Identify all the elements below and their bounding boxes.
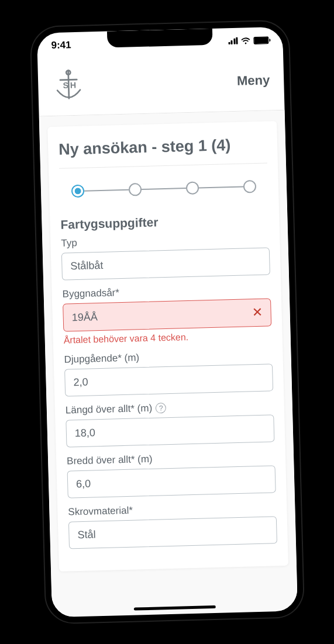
phone-frame: 9:41 S H Meny Ny ans [30, 20, 304, 623]
form-card: Ny ansökan - steg 1 (4) Fartygsuppgifter… [47, 121, 288, 572]
progress-stepper [59, 163, 268, 217]
cellular-signal-icon [228, 37, 237, 44]
field-type: Typ Stålbåt [61, 232, 270, 280]
field-label: Djupgående* (m) [64, 348, 272, 365]
wifi-icon [240, 36, 250, 46]
svg-text:H: H [70, 80, 76, 89]
menu-button[interactable]: Meny [236, 72, 270, 88]
step-1-dot[interactable] [71, 185, 84, 198]
field-label: Bredd över allt* (m) [66, 450, 274, 467]
length-label-text: Längd över allt* (m) [65, 403, 152, 417]
step-4-dot[interactable] [243, 180, 256, 193]
year-error-message: Årtalet behöver vara 4 tecken. [63, 330, 271, 345]
field-label: Byggnadsår* [62, 283, 270, 300]
field-year: Byggnadsår* 19ÅÅ ✕ Årtalet behöver vara … [62, 283, 271, 345]
step-3-dot[interactable] [185, 182, 199, 195]
step-connector [84, 189, 129, 191]
content-area: Ny ansökan - steg 1 (4) Fartygsuppgifter… [39, 110, 297, 617]
app-header: S H Meny [37, 53, 284, 117]
hull-input[interactable]: Stål [68, 516, 277, 549]
help-icon[interactable]: ? [155, 403, 166, 413]
field-label: Typ [61, 232, 269, 249]
field-beam: Bredd över allt* (m) 6,0 [66, 450, 276, 498]
svg-text:S: S [63, 81, 68, 90]
step-connector [198, 186, 243, 188]
step-connector [142, 188, 186, 190]
beam-input[interactable]: 6,0 [67, 465, 276, 498]
device-notch [106, 29, 212, 48]
field-hull: Skrovmaterial* Stål [68, 501, 277, 549]
draft-input[interactable]: 2,0 [64, 363, 273, 396]
status-time: 9:41 [51, 39, 71, 51]
field-label: Längd över allt* (m) ? [65, 399, 273, 416]
field-length: Längd över allt* (m) ? 18,0 [65, 399, 274, 447]
year-input[interactable]: 19ÅÅ ✕ [63, 298, 271, 331]
status-icons [228, 35, 268, 46]
year-value: 19ÅÅ [71, 311, 98, 324]
length-input[interactable]: 18,0 [66, 414, 274, 447]
battery-icon [253, 36, 268, 44]
field-label: Skrovmaterial* [68, 501, 276, 518]
step-2-dot[interactable] [128, 183, 142, 196]
app-logo: S H [51, 67, 85, 104]
type-input[interactable]: Stålbåt [61, 247, 270, 280]
field-draft: Djupgående* (m) 2,0 [64, 348, 273, 396]
clear-icon[interactable]: ✕ [252, 306, 263, 319]
